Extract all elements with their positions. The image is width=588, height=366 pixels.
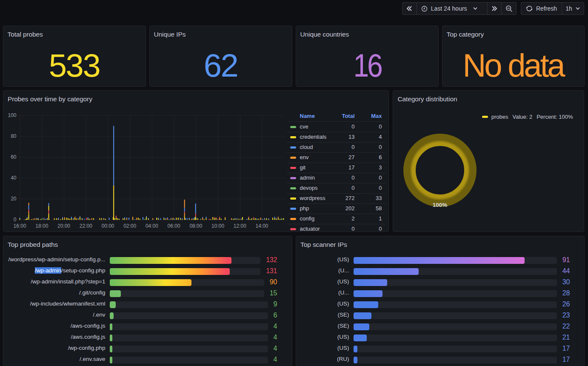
svg-text:100%: 100% — [433, 202, 448, 208]
